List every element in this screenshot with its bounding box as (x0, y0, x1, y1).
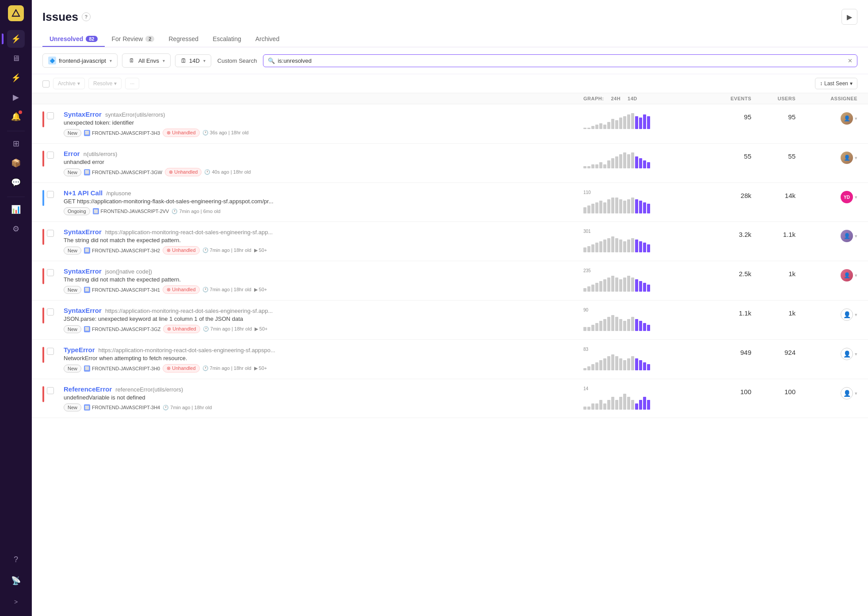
issue-checkbox[interactable] (47, 191, 54, 198)
error-type[interactable]: SyntaxError (64, 228, 102, 236)
issue-row[interactable]: SyntaxError json([native code]) The stri… (32, 261, 868, 300)
unhandled-tag: ⊗ Unhandled (163, 129, 199, 137)
assignee-chevron-icon[interactable]: ▾ (855, 351, 857, 357)
sidebar-expand-button[interactable]: > (7, 593, 25, 611)
search-icon: 🔍 (268, 57, 275, 64)
assignee-cell[interactable]: 👤 ▾ (796, 267, 857, 281)
sidebar-item-alerts[interactable]: 🔔 (7, 108, 25, 125)
sidebar-item-releases[interactable]: 📦 (7, 154, 25, 172)
sidebar-logo[interactable] (8, 5, 24, 21)
assignee-chevron-icon[interactable]: ▾ (855, 233, 857, 239)
sidebar-item-settings[interactable]: ⚙ (7, 220, 25, 238)
error-type[interactable]: ReferenceError (64, 385, 112, 393)
tab-unresolved[interactable]: Unresolved 82 (42, 32, 105, 47)
assignee-cell[interactable]: 👤 ▾ (796, 150, 857, 164)
chart-bar (619, 358, 622, 370)
issue-checkbox[interactable] (47, 269, 54, 276)
issue-checkbox[interactable] (47, 152, 54, 159)
assignee-chevron-icon[interactable]: ▾ (855, 116, 857, 122)
sort-button[interactable]: ↕ Last Seen ▾ (815, 78, 857, 89)
page-header: Issues ? ▶ Unresolved 82 For Review 2 Re… (32, 0, 868, 47)
tab-for-review[interactable]: For Review 2 (105, 32, 162, 47)
assignee-chevron-icon[interactable]: ▾ (855, 391, 857, 396)
error-type[interactable]: SyntaxError (64, 307, 102, 314)
chart-bar (631, 317, 634, 331)
error-type[interactable]: SyntaxError (64, 267, 102, 275)
chart-bar (623, 152, 626, 168)
error-message: The string did not match the expected pa… (64, 276, 583, 283)
assignee-cell[interactable]: 👤 ▾ (796, 346, 857, 360)
sidebar-item-issues[interactable]: ⚡ (7, 30, 25, 48)
chart-bar (627, 154, 630, 168)
chart-bar (607, 400, 610, 410)
chart-bar (631, 152, 634, 168)
assignee-chevron-icon[interactable]: ▾ (855, 155, 857, 161)
chart-bar (639, 201, 642, 213)
chart-bar (587, 205, 590, 213)
col-header-events: EVENTS (707, 96, 751, 101)
chart-bar (639, 360, 642, 370)
issue-row[interactable]: SyntaxError https://application-monitori… (32, 300, 868, 340)
play-button[interactable]: ▶ (841, 9, 857, 25)
issue-checkbox[interactable] (47, 112, 54, 119)
environment-icon: 🗓 (128, 57, 136, 65)
chart-bar (623, 201, 626, 213)
assignee-cell[interactable]: YD ▾ (796, 189, 857, 203)
assignee-cell[interactable]: 👤 ▾ (796, 385, 857, 399)
assignee-cell[interactable]: 👤 ▾ (796, 228, 857, 242)
assignee-chevron-icon[interactable]: ▾ (855, 273, 857, 278)
issue-row[interactable]: N+1 API Call /nplusone GET https://appli… (32, 183, 868, 222)
sidebar-item-broadcasts[interactable]: 📡 (7, 572, 25, 589)
chart-bar (627, 358, 630, 370)
more-actions-button[interactable]: ··· (125, 78, 139, 89)
sidebar-item-dashboards[interactable]: ⊞ (7, 135, 25, 152)
alerts-icon: 🔔 (11, 112, 21, 122)
help-tooltip-button[interactable]: ? (82, 12, 91, 21)
sidebar-item-discover[interactable]: 🖥 (7, 49, 25, 67)
issue-row[interactable]: TypeError https://application-monitoring… (32, 340, 868, 379)
environment-filter-button[interactable]: 🗓 All Envs ▾ (122, 53, 171, 68)
issue-row-left (42, 307, 64, 323)
releases-icon: 📦 (11, 158, 21, 168)
archive-button[interactable]: Archive ▾ (53, 78, 85, 89)
avatar: 👤 (841, 112, 853, 125)
issue-content: Error n(utils/errors) unhandled error Ne… (64, 150, 583, 176)
project-filter-button[interactable]: 🔷 frontend-javascript ▾ (42, 53, 118, 68)
assignee-chevron-icon[interactable]: ▾ (855, 312, 857, 318)
issue-row[interactable]: SyntaxError https://application-monitori… (32, 222, 868, 261)
tab-escalating[interactable]: Escalating (206, 32, 248, 47)
tab-archived[interactable]: Archived (248, 32, 286, 47)
issue-checkbox[interactable] (47, 348, 54, 355)
error-type[interactable]: N+1 API Call (64, 189, 103, 197)
project-icon: ⬜ (84, 404, 90, 411)
tab-regressed[interactable]: Regressed (161, 32, 206, 47)
sidebar-item-help[interactable]: ? (7, 551, 25, 568)
select-all-checkbox[interactable] (42, 80, 49, 87)
issue-row[interactable]: SyntaxError syntaxError(utils/errors) un… (32, 104, 868, 144)
error-type[interactable]: TypeError (64, 346, 95, 354)
chart-bar (591, 126, 594, 129)
issue-checkbox[interactable] (47, 387, 54, 394)
sidebar-item-stats[interactable]: 📊 (7, 201, 25, 218)
issue-row[interactable]: Error n(utils/errors) unhandled error Ne… (32, 144, 868, 183)
issue-checkbox[interactable] (47, 230, 54, 237)
resolve-button[interactable]: Resolve ▾ (88, 78, 122, 89)
assignee-chevron-icon[interactable]: ▾ (855, 194, 857, 200)
assignee-cell[interactable]: 👤 ▾ (796, 307, 857, 321)
sidebar-item-feedback[interactable]: 💬 (7, 174, 25, 191)
clear-search-icon[interactable]: ✕ (848, 57, 853, 64)
assignee-cell[interactable]: 👤 ▾ (796, 110, 857, 125)
error-type[interactable]: SyntaxError (64, 110, 102, 118)
search-box[interactable]: 🔍 ✕ (263, 54, 857, 67)
sidebar-item-crons[interactable]: ▶ (7, 88, 25, 106)
search-input[interactable] (278, 57, 845, 64)
time-ago-tag: 🕐 7min ago | 18hr old (202, 287, 251, 293)
error-type[interactable]: Error (64, 150, 80, 157)
sidebar-item-performance[interactable]: ⚡ (7, 69, 25, 87)
chart-bar (619, 118, 622, 129)
issue-checkbox[interactable] (47, 308, 54, 316)
col-header-users: USERS (751, 96, 796, 101)
period-filter-button[interactable]: 🗓 14D ▾ (175, 54, 211, 67)
issue-title-line: SyntaxError json([native code]) (64, 267, 583, 275)
issue-row[interactable]: ReferenceError referenceError(utils/erro… (32, 379, 868, 418)
